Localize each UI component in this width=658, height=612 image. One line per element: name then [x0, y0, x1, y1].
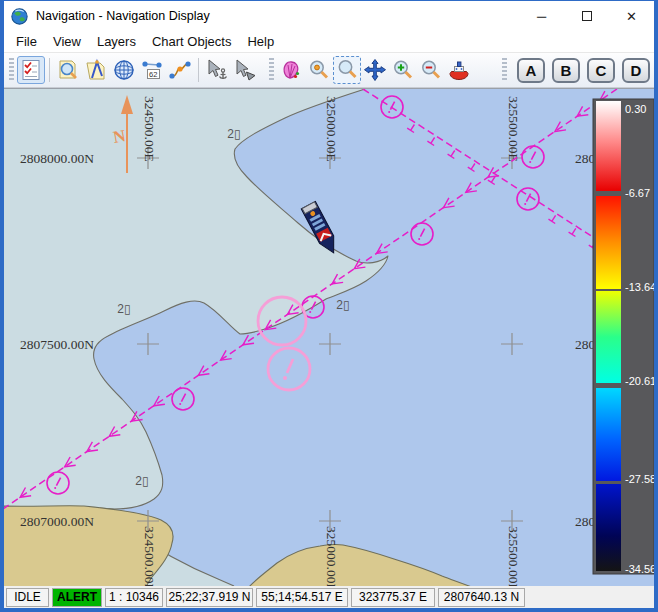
- zoom-original-icon: [307, 58, 331, 82]
- prohibition-dot: [54, 487, 56, 489]
- prohibition-dot: [388, 111, 390, 113]
- minimize-button[interactable]: ─: [519, 1, 564, 31]
- easting-label-top: 325000.00E: [324, 96, 339, 162]
- status-longitude: 55;14;54.517 E: [256, 588, 348, 607]
- zoom-out-icon: [419, 58, 443, 82]
- northing-label: 2807500.00N: [20, 337, 94, 352]
- window-title: Navigation - Navigation Display: [36, 9, 519, 23]
- anchor-select-button[interactable]: [203, 56, 231, 84]
- measure-distance-icon: 62: [140, 58, 164, 82]
- toolbar-grip[interactable]: [269, 58, 274, 82]
- depth-contour-label: 2▯: [336, 298, 349, 312]
- northing-label: 2807000.00N: [20, 514, 94, 529]
- minimize-icon: ─: [537, 9, 546, 24]
- chart-symbol-button[interactable]: [277, 56, 305, 84]
- prohibition-dot: [418, 238, 420, 240]
- menu-help[interactable]: Help: [239, 32, 282, 51]
- zoom-window-button[interactable]: [333, 56, 361, 84]
- status-northing: 2807640.13 N: [438, 588, 525, 607]
- menu-view[interactable]: View: [45, 32, 89, 51]
- depth-colorbar: 0.30-6.67-13.64-20.61-27.58-34.56: [593, 99, 654, 575]
- colorbar-segment: [596, 388, 621, 481]
- colorbar-value-label: -20.61: [625, 375, 654, 387]
- toolbar-grip[interactable]: [502, 58, 507, 82]
- colorbar-segment: [596, 196, 621, 289]
- zoom-in-button[interactable]: [389, 56, 417, 84]
- easting-label-bottom: 325000.00E: [324, 526, 339, 586]
- status-bar: IDLE ALERT 1 : 10346 25;22;37.919 N 55;1…: [4, 585, 654, 608]
- toolbar-separator: [49, 58, 50, 82]
- own-ship-icon: [447, 58, 471, 82]
- zoom-window-icon: [335, 58, 359, 82]
- depth-contour-label: 2▯: [135, 474, 148, 488]
- object-select-button[interactable]: [231, 56, 259, 84]
- toolbar: 62: [4, 53, 654, 88]
- dividers-icon: [84, 58, 108, 82]
- chart-legend-button[interactable]: [17, 56, 45, 84]
- chart-symbol-icon: [279, 58, 303, 82]
- zoom-out-button[interactable]: [417, 56, 445, 84]
- app-window: Navigation - Navigation Display ─ ✕ File…: [0, 0, 658, 612]
- query-info-button[interactable]: [54, 56, 82, 84]
- colorbar-segment: [596, 484, 621, 571]
- colorbar-value-label: -34.56: [625, 563, 654, 575]
- status-scale: 1 : 10346: [105, 588, 163, 607]
- status-latitude: 25;22;37.919 N: [166, 588, 253, 607]
- route-plan-icon: [168, 58, 192, 82]
- menu-file[interactable]: File: [8, 32, 45, 51]
- status-alert: ALERT: [52, 588, 102, 607]
- dividers-button[interactable]: [82, 56, 110, 84]
- depth-contour-label: 2▯: [227, 127, 240, 141]
- status-easting: 323775.37 E: [351, 588, 435, 607]
- projection-globe-button[interactable]: [110, 56, 138, 84]
- chart-canvas[interactable]: N 2808000.00N2808000.00N2807500.00N28075…: [4, 89, 654, 586]
- colorbar-value-label: -13.64: [625, 281, 654, 293]
- easting-label-top: 324500.00E: [142, 96, 157, 162]
- measure-distance-button[interactable]: 62: [138, 56, 166, 84]
- menu-layers[interactable]: Layers: [89, 32, 144, 51]
- preset-buttons: A B C D: [499, 58, 650, 83]
- maximize-button[interactable]: [564, 1, 609, 31]
- close-icon: ✕: [626, 9, 637, 24]
- close-button[interactable]: ✕: [609, 1, 654, 31]
- preset-a-button[interactable]: A: [517, 58, 545, 83]
- preset-d-button[interactable]: D: [622, 58, 650, 83]
- chart-area: N 2808000.00N2808000.00N2807500.00N28075…: [4, 88, 654, 585]
- zoom-original-button[interactable]: [305, 56, 333, 84]
- title-bar: Navigation - Navigation Display ─ ✕: [4, 1, 654, 31]
- own-ship-button[interactable]: [445, 56, 473, 84]
- pan-icon: [363, 58, 387, 82]
- zoom-in-icon: [391, 58, 415, 82]
- easting-label-bottom: 324500.00E: [142, 526, 157, 586]
- prohibition-dot: [524, 203, 526, 205]
- colorbar-value-label: -6.67: [625, 187, 650, 199]
- status-mode: IDLE: [6, 588, 49, 607]
- maximize-icon: [582, 11, 592, 21]
- prohibition-dot: [179, 403, 181, 405]
- route-plan-button[interactable]: [166, 56, 194, 84]
- prohibition-dot: [529, 161, 531, 163]
- projection-globe-icon: [112, 58, 136, 82]
- colorbar-value-label: -27.58: [625, 473, 654, 485]
- svg-text:62: 62: [149, 70, 157, 79]
- query-info-icon: [56, 58, 80, 82]
- easting-label-top: 325500.00E: [506, 96, 521, 162]
- toolbar-separator: [198, 58, 199, 82]
- depth-contour-label: 2▯: [117, 302, 130, 316]
- chart-legend-icon: [19, 58, 43, 82]
- colorbar-segment: [596, 291, 621, 383]
- geography-layer: N: [4, 89, 654, 586]
- northing-label: 2808000.00N: [20, 151, 94, 166]
- colorbar-segment: [596, 101, 621, 191]
- toolbar-grip[interactable]: [9, 58, 14, 82]
- caution-bang-dot: [283, 376, 287, 380]
- globe-app-icon: [11, 8, 28, 25]
- anchor-select-icon: [205, 58, 229, 82]
- easting-label-bottom: 325500.00E: [506, 526, 521, 586]
- preset-c-button[interactable]: C: [587, 58, 615, 83]
- pan-button[interactable]: [361, 56, 389, 84]
- prohibition-dot: [309, 311, 311, 313]
- preset-b-button[interactable]: B: [552, 58, 580, 83]
- menu-chart-objects[interactable]: Chart Objects: [144, 32, 239, 51]
- object-select-icon: [233, 58, 257, 82]
